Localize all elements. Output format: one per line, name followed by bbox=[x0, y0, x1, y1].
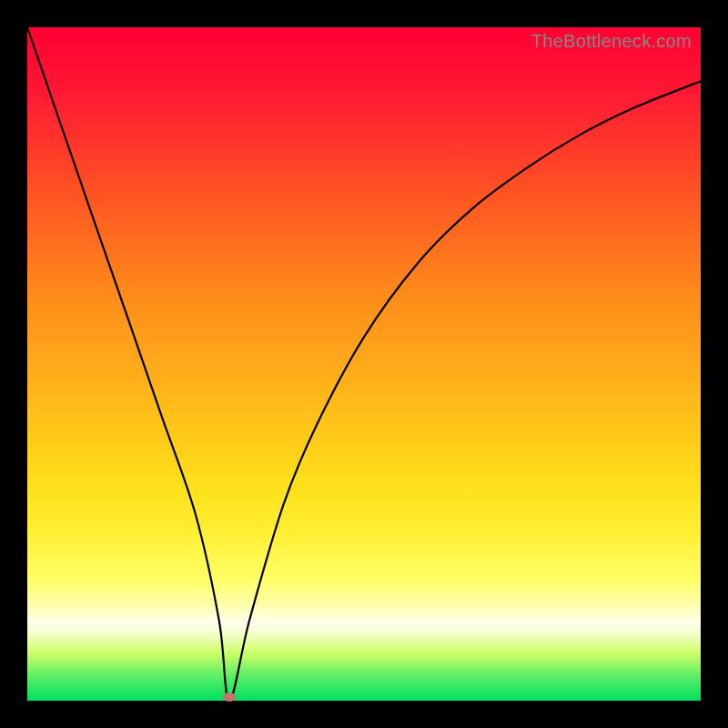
watermark-text: TheBottleneck.com bbox=[531, 31, 692, 52]
chart-frame: TheBottleneck.com bbox=[0, 0, 728, 728]
bottleneck-curve bbox=[27, 27, 701, 701]
plot-area: TheBottleneck.com bbox=[27, 27, 701, 701]
minimum-marker bbox=[223, 693, 236, 702]
curve-layer bbox=[27, 27, 701, 701]
